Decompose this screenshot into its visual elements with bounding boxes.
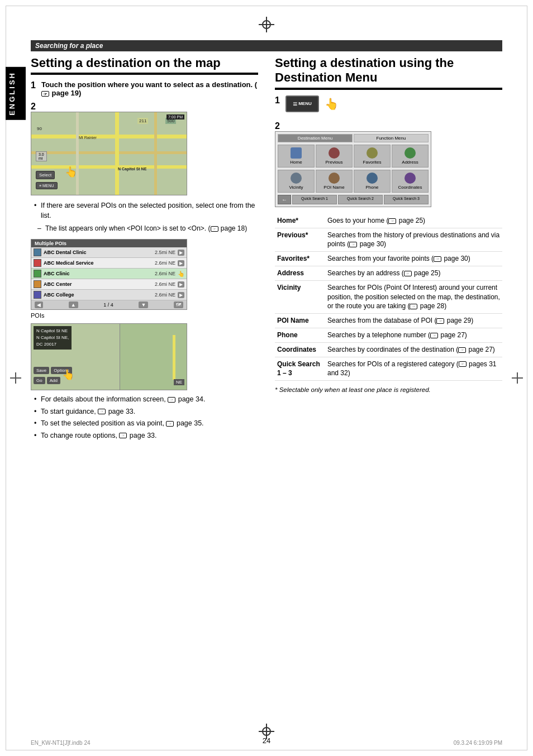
table-cell-item: Previous* (275, 228, 325, 252)
table-row: Favorites* Searches from your favorite p… (275, 252, 502, 266)
table-cell-item: Home* (275, 214, 325, 228)
pois-label: POIs (31, 312, 258, 319)
save-button[interactable]: Save (34, 367, 49, 374)
right-step1: 1 MENU 👆 (275, 95, 502, 117)
table-cell-desc: Searches from the history of previous de… (325, 228, 502, 252)
poi-map-button[interactable]: 🗺 (174, 302, 183, 308)
poi-prev-button[interactable]: ▲ (69, 302, 78, 308)
destination-menu-table: Home* Goes to your home (☞ page 25) Prev… (275, 214, 502, 381)
step-1-num: 1 (31, 80, 36, 90)
table-cell-desc: Searches by coordinates of the destinati… (325, 342, 502, 357)
table-row: ABC Dental Clinic 2.5mi NE ▶ (31, 247, 187, 258)
bottom-bullet-2: To start guidance, ☞ page 33. (33, 407, 258, 417)
menu-button-label: MENU (298, 101, 312, 106)
table-row: ABC Clinic 2.6mi NE 👆 (31, 269, 187, 279)
table-cell-item: Coordinates (275, 342, 325, 357)
location-finger-icon: 👆 (62, 369, 74, 381)
right-step2-num: 2 (275, 121, 280, 131)
go-button[interactable]: Go (34, 377, 45, 384)
dest-tab-function[interactable]: Function Menu (354, 134, 429, 142)
poi-list-header: Multiple POIs (31, 240, 187, 247)
right-step2: 2 Destination Menu Function Menu Home (275, 121, 502, 393)
table-row: Quick Search1 – 3 Searches for POIs of a… (275, 357, 502, 381)
table-cell-item: Address (275, 266, 325, 280)
map-image: Mt Rainier N Capitol St NE 90 211 500 3.… (31, 112, 187, 195)
table-cell-desc: Searches for POIs (Point Of Interest) ar… (325, 280, 502, 313)
main-content: Searching for a place Setting a destinat… (31, 40, 502, 444)
step2-bullets: If there are several POIs on the selecte… (33, 201, 258, 221)
menu-button-area: MENU 👆 (285, 95, 339, 112)
table-cell-item: Favorites* (275, 252, 325, 266)
menu-button-image: MENU (285, 95, 319, 112)
bullet-item-1: If there are several POIs on the selecte… (33, 201, 258, 221)
footer-file-info: EN_KW-NT1[J]f.indb 24 (31, 740, 91, 746)
map-select-button[interactable]: Select (36, 171, 55, 179)
dest-favorites-button[interactable]: Favorites (354, 145, 391, 168)
table-cell-desc: Goes to your home (☞ page 25) (325, 214, 502, 228)
poi-back-button[interactable]: ◀ (35, 302, 43, 308)
menu-finger-icon: 👆 (325, 97, 339, 111)
table-cell-desc: Searches by a telephone number (☞ page 2… (325, 328, 502, 342)
left-column: Setting a destination on the map 1 Touch… (31, 56, 258, 444)
left-crosshair (10, 372, 21, 384)
dest-coordinates-button[interactable]: Coordinates (392, 170, 429, 193)
quick-search-buttons: Quick Search 1 Quick Search 2 Quick Sear… (292, 195, 429, 204)
table-row: ABC College 2.6mi NE ▶ (31, 290, 187, 300)
step-1-block: 1 Touch the position where you want to s… (31, 80, 258, 97)
sub-bullet-1: The list appears only when <POI Icon> is… (37, 224, 258, 233)
map-menu-button[interactable]: ≡ MENU (36, 182, 58, 189)
footer-date-info: 09.3.24 6:19:09 PM (454, 740, 502, 746)
left-title: Setting a destination on the map (31, 56, 258, 75)
table-row: Previous* Searches from the history of p… (275, 228, 502, 252)
two-column-layout: Setting a destination on the map 1 Touch… (31, 56, 502, 444)
bottom-bullet-4: To change route options, ☞ page 33. (33, 431, 258, 441)
quick-search-1-button[interactable]: Quick Search 1 (292, 195, 337, 204)
table-cell-item: Quick Search1 – 3 (275, 357, 325, 381)
table-row: POI Name Searches from the database of P… (275, 314, 502, 328)
section-header: Searching for a place (31, 40, 502, 51)
language-tab: ENGLISH (6, 67, 26, 120)
table-row: Phone Searches by a telephone number (☞ … (275, 328, 502, 342)
location-buttons: Go Add (34, 377, 60, 384)
table-cell-desc: Searches from the database of POI (☞ pag… (325, 314, 502, 328)
step-1-text: Touch the position where you want to sel… (41, 80, 258, 97)
dest-back-button[interactable]: ← (278, 195, 291, 204)
table-cell-item: Vicinity (275, 280, 325, 313)
table-cell-desc: Searches by an address (☞ page 25) (325, 266, 502, 280)
add-button[interactable]: Add (47, 377, 60, 384)
destination-menu-image: Destination Menu Function Menu Home Prev… (275, 131, 431, 207)
dest-address-button[interactable]: Address (392, 145, 429, 168)
table-row: Coordinates Searches by coordinates of t… (275, 342, 502, 357)
table-footnote: * Selectable only when at least one plac… (275, 386, 502, 393)
poi-page-indicator: 1 / 4 (103, 302, 113, 308)
bottom-bullet-3: To set the selected position as via poin… (33, 419, 258, 429)
table-cell-desc: Searches for POIs of a registered catego… (325, 357, 502, 381)
table-row: ABC Medical Service 2.6mi NE ▶ (31, 258, 187, 269)
dest-grid-row1: Home Previous Favorites Address (278, 145, 429, 168)
poi-list-image: Multiple POIs ABC Dental Clinic 2.5mi NE… (31, 239, 187, 310)
location-info-image: N Capitol St NE N Capitol St NE, DC 2001… (31, 323, 187, 390)
bottom-crosshair (259, 724, 274, 739)
dest-tab-destination[interactable]: Destination Menu (278, 134, 353, 142)
poi-next-button[interactable]: ▼ (139, 302, 148, 308)
dest-vicinity-button[interactable]: Vicinity (278, 170, 315, 193)
table-row: Address Searches by an address (☞ page 2… (275, 266, 502, 280)
quick-search-2-button[interactable]: Quick Search 2 (338, 195, 383, 204)
dest-phone-button[interactable]: Phone (354, 170, 391, 193)
quick-search-3-button[interactable]: Quick Search 3 (384, 195, 429, 204)
dest-previous-button[interactable]: Previous (316, 145, 353, 168)
dest-poi-name-button[interactable]: POI Name (316, 170, 353, 193)
dest-home-button[interactable]: Home (278, 145, 315, 168)
map-time: 7:00 PM (166, 114, 184, 119)
right-column: Setting a destination using the Destinat… (275, 56, 502, 444)
dest-grid-row2: Vicinity POI Name Phone Coordinates (278, 170, 429, 193)
crosshair-decoration (259, 17, 274, 32)
bottom-bullet-1: For details about the information screen… (33, 395, 258, 405)
step-2-block: 2 Mt Rainier N Capitol St NE 90 211 500 (31, 102, 258, 233)
sub-bullets: The list appears only when <POI Icon> is… (37, 224, 258, 233)
step-2-num: 2 (31, 102, 36, 111)
table-row: ABC Center 2.6mi NE ▶ (31, 279, 187, 290)
table-cell-item: POI Name (275, 314, 325, 328)
location-info-box: N Capitol St NE N Capitol St NE, DC 2001… (34, 326, 72, 350)
right-step1-num: 1 (275, 95, 280, 106)
